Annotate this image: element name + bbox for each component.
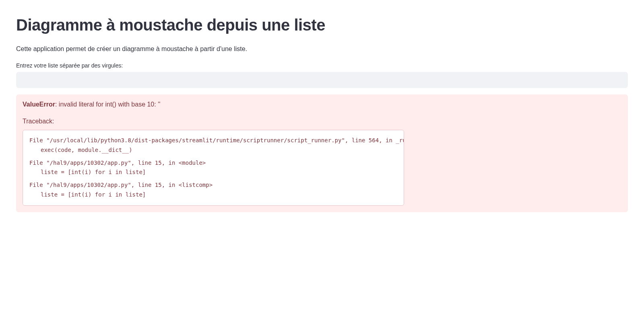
traceback-frame: File "/hal9/apps/10302/app.py", line 15,… xyxy=(29,158,397,178)
frame-location: File "/hal9/apps/10302/app.py", line 15,… xyxy=(29,160,206,166)
frame-location: File "/usr/local/lib/python3.8/dist-pack… xyxy=(29,137,404,143)
error-type: ValueError xyxy=(23,101,55,108)
traceback-frame: File "/hal9/apps/10302/app.py", line 15,… xyxy=(29,180,397,200)
traceback-box: File "/usr/local/lib/python3.8/dist-pack… xyxy=(23,130,404,206)
error-header: ValueError: invalid literal for int() wi… xyxy=(23,101,621,108)
traceback-label: Traceback: xyxy=(23,118,621,125)
error-panel: ValueError: invalid literal for int() wi… xyxy=(16,94,628,212)
main-container: Diagramme à moustache depuis une liste C… xyxy=(0,0,644,212)
page-title: Diagramme à moustache depuis une liste xyxy=(16,16,628,34)
frame-code: liste = [int(i) for i in liste] xyxy=(29,191,146,198)
error-message: : invalid literal for int() with base 10… xyxy=(55,101,160,108)
description-text: Cette application permet de créer un dia… xyxy=(16,45,628,53)
frame-code: exec(code, module.__dict__) xyxy=(29,147,132,153)
traceback-frame: File "/usr/local/lib/python3.8/dist-pack… xyxy=(29,136,397,155)
list-input[interactable] xyxy=(16,72,628,88)
frame-code: liste = [int(i) for i in liste] xyxy=(29,169,146,175)
input-label: Entrez votre liste séparée par des virgu… xyxy=(16,62,628,69)
frame-location: File "/hal9/apps/10302/app.py", line 15,… xyxy=(29,182,213,188)
